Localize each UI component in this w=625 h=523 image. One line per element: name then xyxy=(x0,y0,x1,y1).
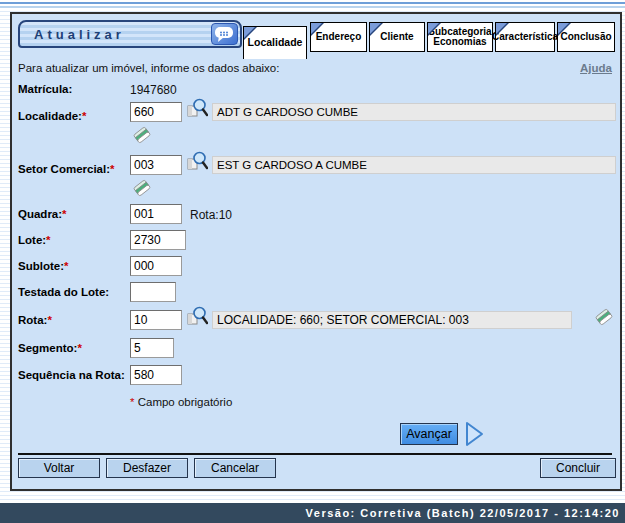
localidade-label-text: Localidade: xyxy=(18,110,82,122)
tab-endereco[interactable]: Endereço xyxy=(310,22,367,52)
sequencia-na-rota-label: Sequência na Rota: xyxy=(18,369,125,381)
required-asterisk: * xyxy=(46,234,50,246)
tab-fold-decoration xyxy=(558,23,569,34)
lote-label-text: Lote: xyxy=(18,234,46,246)
desfazer-button[interactable]: Desfazer xyxy=(106,458,188,478)
segmento-label-text: Segmento: xyxy=(18,342,77,354)
matricula-label: Matrícula: xyxy=(18,83,72,95)
help-link[interactable]: Ajuda xyxy=(580,62,612,74)
eraser-icon xyxy=(132,178,152,198)
avancar-button[interactable]: Avançar xyxy=(400,423,458,445)
required-asterisk: * xyxy=(47,314,51,326)
comments-button[interactable] xyxy=(211,23,238,45)
eraser-icon xyxy=(594,307,614,327)
quadra-input[interactable] xyxy=(130,204,182,224)
voltar-button[interactable]: Voltar xyxy=(18,458,100,478)
cancelar-button[interactable]: Cancelar xyxy=(194,458,276,478)
matricula-value: 1947680 xyxy=(130,83,177,97)
testada-do-lote-input[interactable] xyxy=(130,282,176,302)
page-title: Atualizar xyxy=(20,27,211,42)
tab-fold-decoration xyxy=(311,23,322,34)
tab-cliente[interactable]: Cliente xyxy=(369,22,425,52)
tab-fold-decoration xyxy=(370,23,381,34)
required-fields-note: * Campo obrigatório xyxy=(130,396,232,408)
rota-clear-button[interactable] xyxy=(594,307,614,327)
tab-caracteristica[interactable]: Característica xyxy=(495,22,555,52)
top-decoration-line xyxy=(0,2,625,4)
next-arrow-button[interactable] xyxy=(463,420,487,448)
localidade-description: ADT G CARDOSO CUMBE xyxy=(212,103,616,121)
main-panel: Atualizar Localidade Endereço Cliente Su… xyxy=(10,12,622,491)
lote-input[interactable] xyxy=(130,230,186,250)
localidade-input[interactable] xyxy=(130,102,182,122)
quadra-label-text: Quadra: xyxy=(18,208,62,220)
window-title-bar: Atualizar xyxy=(18,20,242,48)
localidade-clear-button[interactable] xyxy=(132,125,152,145)
tab-fold-decoration xyxy=(428,23,439,34)
rota-label-text: Rota: xyxy=(18,314,47,326)
quadra-label: Quadra:* xyxy=(18,208,67,220)
version-footer: Versão: Corretiva (Batch) 22/05/2017 - 1… xyxy=(0,503,625,523)
magnifier-icon xyxy=(187,306,208,326)
tab-conclusao[interactable]: Conclusão xyxy=(557,22,615,52)
sublote-label: Sublote:* xyxy=(18,260,68,272)
rota-search-button[interactable] xyxy=(187,306,208,326)
tab-fold-decoration xyxy=(496,23,507,34)
required-asterisk: * xyxy=(62,208,66,220)
tab-localidade[interactable]: Localidade xyxy=(243,26,307,59)
required-asterisk: * xyxy=(82,110,86,122)
sequencia-na-rota-input[interactable] xyxy=(130,365,182,385)
required-note-text: Campo obrigatório xyxy=(134,396,232,408)
setor-comercial-search-button[interactable] xyxy=(187,151,208,171)
setor-comercial-label: Setor Comercial:* xyxy=(18,163,115,175)
segmento-label: Segmento:* xyxy=(18,342,82,354)
setor-comercial-input[interactable] xyxy=(130,155,182,175)
footer-separator xyxy=(18,453,612,455)
instruction-text: Para atualizar um imóvel, informe os dad… xyxy=(18,62,279,74)
setor-comercial-description: EST G CARDOSO A CUMBE xyxy=(212,156,616,174)
testada-do-lote-label: Testada do Lote: xyxy=(18,286,109,298)
segmento-input[interactable] xyxy=(130,338,174,358)
quadra-rota-note: Rota:10 xyxy=(190,208,232,222)
rota-label: Rota:* xyxy=(18,314,52,326)
speech-bubble-icon xyxy=(214,26,235,43)
tab-fold-decoration xyxy=(244,27,255,38)
sublote-label-text: Sublote: xyxy=(18,260,64,272)
setor-comercial-label-text: Setor Comercial: xyxy=(18,163,110,175)
arrow-right-icon xyxy=(463,420,487,448)
magnifier-icon xyxy=(187,151,208,171)
rota-description: LOCALIDADE: 660; SETOR COMERCIAL: 003 xyxy=(212,311,572,329)
tab-subcategoria-economias[interactable]: Subcategoria Economias xyxy=(427,22,493,52)
eraser-icon xyxy=(132,125,152,145)
tab-label: Cliente xyxy=(380,32,413,43)
concluir-button[interactable]: Concluir xyxy=(540,458,616,478)
sublote-input[interactable] xyxy=(130,256,182,276)
localidade-label: Localidade:* xyxy=(18,110,86,122)
top-decoration-line-2 xyxy=(0,6,625,8)
magnifier-icon xyxy=(187,98,208,118)
rota-input[interactable] xyxy=(130,310,182,330)
required-asterisk: * xyxy=(64,260,68,272)
setor-comercial-clear-button[interactable] xyxy=(132,178,152,198)
localidade-search-button[interactable] xyxy=(187,98,208,118)
required-asterisk: * xyxy=(77,342,81,354)
required-asterisk: * xyxy=(110,163,114,175)
lote-label: Lote:* xyxy=(18,234,51,246)
